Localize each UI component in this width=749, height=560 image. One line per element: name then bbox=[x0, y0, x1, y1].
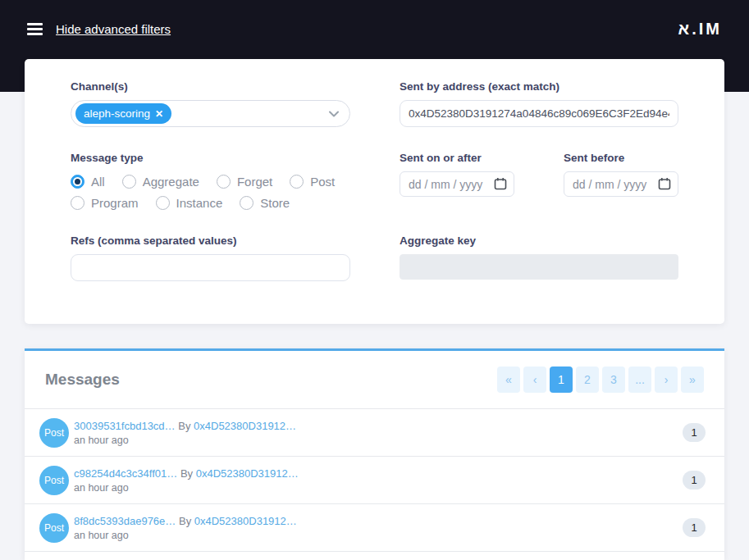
hide-advanced-filters-link[interactable]: Hide advanced filters bbox=[56, 22, 171, 36]
radio-program[interactable]: Program bbox=[71, 196, 139, 210]
message-row[interactable]: Post 30039531fcbd13cd… By 0x4D52380D3191… bbox=[25, 408, 724, 456]
radio-aggregate[interactable]: Aggregate bbox=[122, 175, 199, 189]
sent-by-input[interactable] bbox=[400, 100, 678, 127]
pagination-next[interactable]: › bbox=[655, 367, 678, 393]
confirmation-count-badge: 1 bbox=[683, 518, 706, 537]
channels-select[interactable]: aleph-scoring ✕ bbox=[71, 100, 350, 127]
radio-icon bbox=[240, 196, 253, 210]
messages-header: Messages « ‹ 1 2 3 ... › » bbox=[25, 351, 724, 408]
channel-tag-label: aleph-scoring bbox=[84, 107, 150, 120]
sender-address-link[interactable]: 0x4D52380D31912… bbox=[196, 467, 299, 480]
message-type-label: Message type bbox=[71, 152, 350, 164]
confirmation-count-badge: 1 bbox=[683, 471, 706, 489]
channels-field: Channel(s) aleph-scoring ✕ bbox=[71, 80, 350, 127]
post-type-avatar: Post bbox=[39, 466, 69, 495]
sent-by-label: Sent by address (exact match) bbox=[400, 80, 678, 93]
sent-on-or-after-field: Sent on or after bbox=[400, 152, 514, 210]
message-row-partial bbox=[25, 551, 724, 560]
post-type-avatar: Post bbox=[39, 513, 69, 543]
radio-instance[interactable]: Instance bbox=[156, 196, 223, 210]
sender-address-link[interactable]: 0x4D52380D31912… bbox=[194, 515, 297, 527]
by-label: By bbox=[180, 467, 193, 480]
channel-tag[interactable]: aleph-scoring ✕ bbox=[75, 103, 171, 124]
menu-icon[interactable] bbox=[27, 23, 43, 35]
chevron-down-icon[interactable] bbox=[327, 107, 341, 121]
sender-address-link[interactable]: 0x4D52380D31912… bbox=[194, 420, 296, 432]
aggregate-key-label: Aggregate key bbox=[400, 234, 678, 247]
message-row[interactable]: Post 8f8dc5393dae976e… By 0x4D52380D3191… bbox=[25, 503, 724, 551]
message-hash-link[interactable]: 8f8dc5393dae976e… bbox=[74, 515, 176, 527]
aggregate-key-input bbox=[400, 254, 678, 280]
radio-all[interactable]: All bbox=[71, 175, 105, 189]
message-hash-link[interactable]: 30039531fcbd13cd… bbox=[74, 420, 176, 432]
by-label: By bbox=[179, 515, 191, 527]
post-type-avatar: Post bbox=[39, 418, 69, 448]
message-time: an hour ago bbox=[74, 481, 299, 494]
message-time: an hour ago bbox=[74, 529, 297, 542]
confirmation-count-badge: 1 bbox=[683, 423, 706, 442]
sent-before-field: Sent before bbox=[564, 152, 678, 210]
message-type-field: Message type All Aggregate Forget Post P… bbox=[71, 152, 350, 210]
radio-icon bbox=[71, 175, 84, 189]
refs-label: Refs (comma separated values) bbox=[71, 234, 350, 247]
sent-before-label: Sent before bbox=[564, 152, 678, 164]
messages-title: Messages bbox=[45, 371, 120, 389]
topbar: Hide advanced filters א.IM bbox=[0, 0, 749, 58]
pagination-first[interactable]: « bbox=[497, 367, 520, 393]
message-time: an hour ago bbox=[74, 434, 296, 447]
messages-panel: Messages « ‹ 1 2 3 ... › » Post 30039531… bbox=[25, 348, 724, 560]
aggregate-key-field: Aggregate key bbox=[400, 234, 678, 281]
pagination-last[interactable]: » bbox=[681, 367, 704, 393]
pagination-ellipsis[interactable]: ... bbox=[628, 367, 651, 393]
advanced-filters-panel: Channel(s) aleph-scoring ✕ Sent by addre… bbox=[25, 59, 724, 324]
by-label: By bbox=[178, 420, 190, 432]
radio-icon bbox=[217, 175, 231, 189]
radio-forget[interactable]: Forget bbox=[217, 175, 272, 189]
channels-label: Channel(s) bbox=[71, 80, 350, 93]
radio-icon bbox=[156, 196, 170, 210]
refs-field: Refs (comma separated values) bbox=[71, 234, 350, 281]
radio-icon bbox=[71, 196, 84, 210]
refs-input[interactable] bbox=[71, 254, 350, 281]
pagination-page-3[interactable]: 3 bbox=[602, 367, 625, 393]
aleph-im-logo[interactable]: א.IM bbox=[678, 20, 722, 39]
pagination-page-2[interactable]: 2 bbox=[576, 367, 599, 393]
message-hash-link[interactable]: c98254d4c3c34ff01… bbox=[74, 467, 177, 480]
message-row[interactable]: Post c98254d4c3c34ff01… By 0x4D52380D319… bbox=[25, 456, 724, 503]
message-type-options: All Aggregate Forget Post Program Instan… bbox=[71, 171, 350, 210]
radio-store[interactable]: Store bbox=[240, 196, 290, 210]
sent-by-field: Sent by address (exact match) bbox=[400, 80, 678, 127]
sent-on-or-after-label: Sent on or after bbox=[400, 152, 514, 164]
radio-icon bbox=[122, 175, 136, 189]
pagination-page-1[interactable]: 1 bbox=[550, 367, 573, 393]
pagination: « ‹ 1 2 3 ... › » bbox=[497, 367, 704, 393]
pagination-prev[interactable]: ‹ bbox=[523, 367, 546, 393]
radio-post[interactable]: Post bbox=[290, 175, 335, 189]
radio-icon bbox=[290, 175, 304, 189]
date-fields: Sent on or after Sent before bbox=[400, 152, 678, 210]
calendar-icon[interactable] bbox=[658, 177, 671, 190]
calendar-icon[interactable] bbox=[494, 177, 507, 190]
remove-tag-icon[interactable]: ✕ bbox=[155, 109, 163, 119]
